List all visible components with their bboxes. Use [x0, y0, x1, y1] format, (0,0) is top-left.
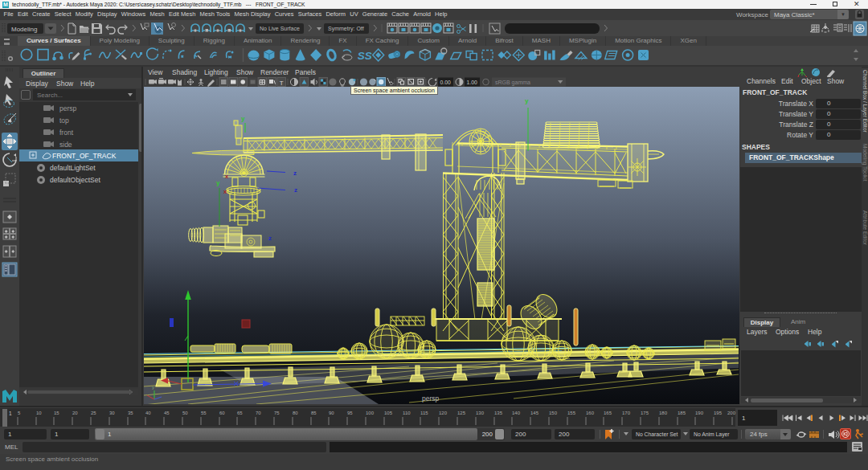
svg-text:0.00: 0.00: [440, 80, 451, 85]
svg-text:165: 165: [604, 411, 612, 415]
svg-text:20: 20: [72, 411, 78, 415]
svg-text:100: 100: [366, 411, 375, 415]
svg-text:190: 190: [695, 411, 704, 415]
svg-text:195: 195: [714, 411, 723, 415]
svg-text:1: 1: [9, 411, 12, 416]
svg-text:Symmetry: Off: Symmetry: Off: [328, 26, 364, 32]
svg-text:35: 35: [128, 411, 133, 415]
svg-text:75: 75: [274, 411, 280, 415]
svg-text:110: 110: [403, 411, 411, 415]
svg-text:z: z: [293, 170, 297, 177]
svg-text:120: 120: [439, 411, 448, 415]
svg-text:65: 65: [237, 411, 243, 415]
svg-text:40: 40: [145, 411, 151, 415]
svg-text:140: 140: [512, 411, 521, 415]
svg-text:No Live Surface: No Live Surface: [260, 26, 300, 31]
svg-text:125: 125: [457, 411, 466, 415]
svg-text:15: 15: [54, 411, 59, 415]
svg-text:45: 45: [164, 411, 170, 415]
svg-text:30: 30: [109, 411, 115, 415]
svg-text:1.00: 1.00: [467, 80, 477, 85]
svg-text:185: 185: [678, 411, 686, 415]
svg-text:90: 90: [329, 411, 334, 415]
svg-text:25: 25: [91, 411, 96, 415]
svg-text:150: 150: [549, 411, 558, 415]
svg-text:70: 70: [256, 411, 261, 415]
svg-text:y: y: [152, 385, 154, 390]
svg-text:sRGB gamma: sRGB gamma: [495, 80, 530, 86]
svg-text:60: 60: [219, 411, 225, 415]
svg-text:1: 1: [742, 415, 746, 422]
svg-text:160: 160: [586, 411, 595, 415]
svg-text:200: 200: [727, 411, 736, 415]
svg-text:175: 175: [641, 411, 649, 415]
svg-text:115: 115: [420, 411, 428, 415]
svg-text:170: 170: [622, 411, 631, 415]
svg-text:130: 130: [476, 411, 485, 415]
svg-text:135: 135: [494, 411, 503, 415]
svg-text:105: 105: [384, 411, 393, 415]
svg-text:y: y: [241, 115, 245, 122]
svg-text:y: y: [525, 97, 529, 104]
svg-text:10: 10: [36, 411, 42, 415]
svg-text:z: z: [294, 186, 297, 194]
svg-text:T: T: [280, 80, 284, 87]
svg-text:z: z: [268, 235, 272, 242]
svg-text:95: 95: [347, 411, 353, 415]
svg-text:55: 55: [201, 411, 207, 415]
svg-text:persp: persp: [422, 394, 440, 403]
svg-text:y: y: [216, 179, 220, 186]
svg-text:Modeling: Modeling: [11, 26, 37, 33]
svg-text:145: 145: [530, 411, 539, 415]
svg-text:180: 180: [659, 411, 668, 415]
svg-text:50: 50: [182, 411, 188, 415]
svg-text:SS: SS: [358, 50, 372, 62]
svg-text:85: 85: [311, 411, 317, 415]
svg-text:80: 80: [293, 411, 298, 415]
svg-text:155: 155: [567, 411, 576, 415]
